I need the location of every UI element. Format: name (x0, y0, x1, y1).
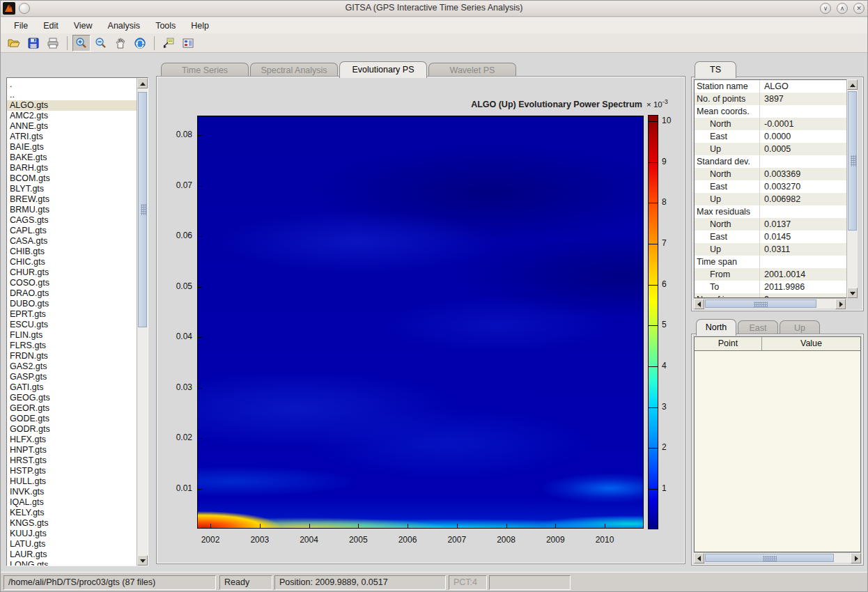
file-list-item[interactable]: COSO.gts (7, 278, 137, 288)
file-list-item[interactable]: GAS2.gts (7, 361, 137, 372)
scrollbar-thumb[interactable] (138, 92, 147, 327)
file-list-item[interactable]: CASA.gts (7, 236, 137, 247)
file-list-item[interactable]: CHUR.gts (7, 267, 137, 278)
file-list-item[interactable]: BARH.gts (7, 163, 137, 173)
ts-table-hscrollbar[interactable] (694, 298, 846, 309)
toolbar-pan[interactable] (111, 35, 130, 52)
scroll-right-arrow[interactable] (851, 553, 861, 563)
scrollbar-thumb[interactable] (848, 91, 857, 231)
file-list-item[interactable]: ALGO.gts (7, 100, 137, 111)
file-list-item[interactable]: GATI.gts (7, 382, 137, 393)
file-list-item[interactable]: BREW.gts (7, 194, 137, 205)
file-list-scrollbar[interactable] (137, 78, 148, 566)
scroll-up-arrow[interactable] (137, 78, 148, 88)
title-bar[interactable]: GITSA (GPS Interactive Time Series Analy… (1, 1, 867, 17)
file-list-item[interactable]: BRMU.gts (7, 205, 137, 215)
file-list-item[interactable]: LATU.gts (7, 539, 137, 550)
file-list-item[interactable]: LAUR.gts (7, 550, 137, 560)
toolbar-zoom-in[interactable] (72, 35, 91, 52)
file-list-item[interactable]: DUBO.gts (7, 299, 137, 309)
file-list-item[interactable]: HLFX.gts (7, 435, 137, 445)
y-axis-tick-mark (198, 186, 202, 187)
file-list-item[interactable]: GASP.gts (7, 372, 137, 382)
file-list-item[interactable]: DRAO.gts (7, 288, 137, 299)
toolbar-plot-tools[interactable] (179, 35, 197, 52)
tab-ts[interactable]: TS (695, 61, 736, 78)
toolbar-rotate-3d[interactable] (131, 35, 149, 52)
menu-edit[interactable]: Edit (36, 20, 66, 32)
menu-view[interactable]: View (66, 20, 100, 32)
file-list-item[interactable]: BCOM.gts (7, 173, 137, 184)
maximize-button[interactable]: ∧ (837, 3, 848, 14)
file-list-item[interactable]: HRST.gts (7, 455, 137, 466)
ts-table-row: Station nameALGO (695, 80, 846, 93)
file-list-item[interactable]: GODR.gts (7, 424, 137, 435)
scroll-down-arrow[interactable] (847, 288, 858, 298)
menu-tools[interactable]: Tools (148, 20, 183, 32)
file-list-item[interactable]: FLRS.gts (7, 341, 137, 351)
file-list-item[interactable]: GEOG.gts (7, 393, 137, 403)
toolbar-save[interactable] (24, 35, 42, 52)
scroll-up-arrow[interactable] (847, 79, 858, 90)
file-list-item[interactable]: HNPT.gts (7, 445, 137, 455)
scroll-left-arrow[interactable] (694, 299, 704, 309)
file-list-item[interactable]: LONG.gts (7, 560, 137, 566)
tab-time-series[interactable]: Time Series (161, 63, 249, 78)
file-list-item[interactable]: ANNE.gts (7, 121, 137, 132)
scroll-down-arrow[interactable] (137, 555, 148, 566)
file-list-item[interactable]: IQAL.gts (7, 497, 137, 508)
file-list-item[interactable]: BAKE.gts (7, 153, 137, 163)
file-list-item[interactable]: HULL.gts (7, 476, 137, 487)
close-button[interactable]: ✕ (853, 3, 865, 14)
scrollbar-thumb[interactable] (705, 554, 834, 562)
file-list-item[interactable]: ESCU.gts (7, 320, 137, 330)
file-list-item[interactable]: CAPL.gts (7, 226, 137, 236)
file-list-item[interactable]: KELY.gts (7, 508, 137, 518)
toolbar-data-cursor[interactable] (160, 35, 178, 52)
scroll-left-arrow[interactable] (694, 553, 704, 563)
tab-wavelet-ps[interactable]: Wavelet PS (428, 63, 516, 78)
file-list-item[interactable]: CAGS.gts (7, 215, 137, 226)
file-list-item[interactable]: FRDN.gts (7, 351, 137, 361)
scroll-right-arrow[interactable] (835, 299, 846, 309)
x-axis-tick-mark (358, 524, 359, 528)
file-list-item[interactable]: .. (7, 90, 137, 100)
file-list-item[interactable]: . (7, 79, 137, 90)
file-list-item[interactable]: INVK.gts (7, 487, 137, 497)
file-list-item[interactable]: GEOR.gts (7, 403, 137, 414)
minimize-button[interactable]: ∨ (820, 3, 831, 14)
x-axis-tick-mark (408, 524, 408, 528)
file-list-item[interactable]: KNGS.gts (7, 518, 137, 529)
file-list-item[interactable]: AMC2.gts (7, 111, 137, 121)
toolbar-open[interactable] (5, 35, 23, 52)
file-list-item[interactable]: KUUJ.gts (7, 529, 137, 539)
file-list-item[interactable]: BAIE.gts (7, 142, 137, 153)
tab-north[interactable]: North (696, 319, 736, 336)
ts-row-value (760, 155, 846, 168)
tab-evolutionary-ps[interactable]: Evolutionary PS (339, 61, 427, 78)
point-value-hscrollbar[interactable] (694, 552, 861, 563)
tab-up[interactable]: Up (780, 320, 820, 336)
scrollbar-thumb[interactable] (705, 299, 816, 308)
evolutionary-power-spectrum-plot[interactable] (197, 116, 644, 529)
toolbar-zoom-out[interactable] (92, 35, 110, 52)
file-list-item[interactable]: ATRI.gts (7, 132, 137, 142)
file-list-item[interactable]: CHIC.gts (7, 257, 137, 267)
colorbar-tick-label: 3 (662, 402, 667, 412)
tab-east[interactable]: East (738, 320, 778, 336)
ts-table-vscrollbar[interactable] (846, 79, 858, 298)
column-header-point: Point (695, 337, 762, 350)
file-list-item[interactable]: CHIB.gts (7, 247, 137, 257)
menu-help[interactable]: Help (183, 20, 217, 32)
file-list-item[interactable]: GODE.gts (7, 414, 137, 424)
menu-analysis[interactable]: Analysis (100, 20, 148, 32)
y-axis-tick-label: 0.07 (163, 180, 192, 190)
file-list-item[interactable]: FLIN.gts (7, 330, 137, 341)
file-list-item[interactable]: EPRT.gts (7, 309, 137, 320)
ts-table-row: No. of jumps0 (695, 293, 846, 298)
menu-file[interactable]: File (6, 20, 36, 32)
file-list-item[interactable]: HSTP.gts (7, 466, 137, 476)
toolbar-print[interactable] (44, 35, 62, 52)
file-list-item[interactable]: BLYT.gts (7, 184, 137, 194)
tab-spectral-analysis[interactable]: Spectral Analysis (250, 63, 338, 78)
